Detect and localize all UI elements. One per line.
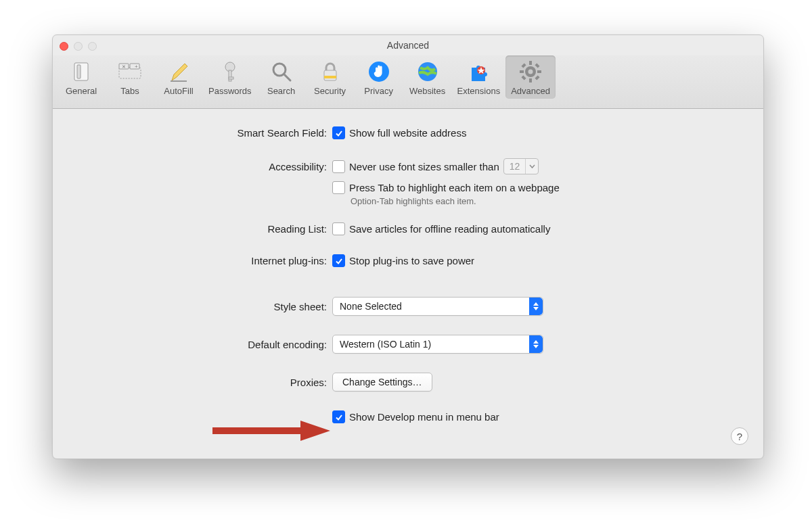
svg-marker-31: [533, 302, 539, 306]
updown-arrows-icon: [529, 298, 543, 315]
tab-label: Passwords: [208, 86, 252, 96]
checkbox-label: Show full website address: [349, 127, 466, 139]
tab-extensions[interactable]: Extensions: [452, 55, 506, 99]
tab-label: General: [66, 86, 97, 96]
label-proxies: Proxies:: [80, 377, 332, 388]
chevron-down-icon: [525, 159, 538, 174]
traffic-lights: [60, 42, 97, 51]
tab-label: Privacy: [364, 86, 393, 96]
svg-rect-0: [74, 63, 88, 80]
tab-label: Websites: [409, 86, 445, 96]
help-button[interactable]: ?: [731, 427, 748, 445]
checkbox-label: Stop plug-ins to save power: [349, 255, 474, 266]
svg-rect-25: [537, 70, 541, 73]
window-title: Advanced: [53, 35, 763, 55]
label-default-encoding: Default encoding:: [80, 339, 332, 350]
preferences-toolbar: General ✕ + Tabs AutoF: [53, 55, 763, 109]
tab-label: Advanced: [511, 86, 550, 96]
svg-rect-15: [324, 76, 336, 78]
minimize-window-button[interactable]: [74, 42, 83, 51]
svg-text:✕: ✕: [122, 64, 126, 69]
preferences-window: Advanced General ✕ + Ta: [52, 34, 764, 459]
svg-marker-33: [533, 340, 539, 344]
svg-rect-11: [229, 77, 233, 79]
checkbox-show-full-url[interactable]: [332, 126, 345, 139]
button-label: Change Settings…: [342, 377, 422, 387]
tab-tabs[interactable]: ✕ + Tabs: [106, 55, 154, 99]
svg-rect-10: [229, 70, 231, 81]
svg-rect-8: [171, 80, 187, 82]
globe-icon: [415, 60, 440, 84]
magnifier-icon: [269, 60, 294, 84]
zoom-window-button[interactable]: [88, 42, 97, 51]
svg-rect-27: [535, 75, 540, 80]
puzzle-icon: [466, 60, 491, 84]
tab-security[interactable]: Security: [306, 55, 355, 99]
tab-label: AutoFill: [164, 86, 193, 96]
hint-option-tab: Option-Tab highlights each item.: [351, 196, 736, 206]
tab-general[interactable]: General: [57, 55, 106, 99]
svg-rect-26: [522, 63, 526, 68]
select-value: Western (ISO Latin 1): [340, 339, 431, 350]
tab-autofill[interactable]: AutoFill: [154, 55, 203, 99]
svg-rect-29: [522, 75, 526, 80]
checkbox-label: Show Develop menu in menu bar: [349, 411, 499, 423]
svg-marker-34: [533, 345, 539, 348]
label-reading-list: Reading List:: [80, 223, 332, 235]
gear-icon: [518, 60, 543, 84]
checkbox-label: Press Tab to highlight each item on a we…: [349, 182, 560, 193]
select-default-encoding[interactable]: Western (ISO Latin 1): [332, 335, 543, 354]
tab-privacy[interactable]: Privacy: [355, 55, 403, 99]
switch-icon: [69, 60, 93, 84]
checkbox-min-font-size[interactable]: [332, 160, 345, 173]
tab-label: Extensions: [457, 86, 501, 96]
tabs-icon: ✕ +: [118, 60, 142, 84]
label-plugins: Internet plug-ins:: [80, 255, 332, 266]
checkbox-show-develop-menu[interactable]: [332, 410, 345, 423]
tab-label: Tabs: [120, 86, 139, 96]
lock-icon: [318, 60, 342, 84]
svg-point-30: [528, 70, 533, 74]
svg-rect-28: [535, 63, 540, 68]
key-icon: [218, 60, 242, 84]
svg-marker-32: [533, 307, 539, 310]
select-value: None Selected: [340, 301, 402, 312]
svg-text:+: +: [135, 64, 138, 70]
svg-rect-24: [520, 70, 524, 73]
checkbox-label: Never use font sizes smaller than: [349, 161, 499, 172]
tab-label: Security: [314, 86, 346, 96]
svg-marker-7: [172, 64, 187, 80]
svg-rect-22: [529, 61, 532, 65]
select-style-sheet[interactable]: None Selected: [332, 297, 543, 316]
svg-rect-14: [324, 70, 336, 80]
label-style-sheet: Style sheet:: [80, 301, 332, 312]
tab-passwords[interactable]: Passwords: [203, 55, 257, 99]
updown-arrows-icon: [529, 335, 543, 353]
svg-rect-23: [529, 78, 532, 82]
pencil-icon: [166, 60, 191, 84]
checkbox-stop-plugins[interactable]: [332, 254, 345, 267]
hand-icon: [367, 60, 391, 84]
min-font-size-stepper[interactable]: 12: [503, 158, 539, 174]
svg-line-13: [284, 74, 290, 80]
tab-label: Search: [267, 86, 295, 96]
tab-search[interactable]: Search: [257, 55, 306, 99]
label-accessibility: Accessibility:: [80, 161, 332, 172]
tab-websites[interactable]: Websites: [403, 55, 452, 99]
label-smart-search: Smart Search Field:: [80, 127, 332, 139]
advanced-pane: Smart Search Field: Show full website ad…: [53, 109, 763, 458]
change-proxies-button[interactable]: Change Settings…: [332, 373, 432, 392]
close-window-button[interactable]: [60, 42, 68, 51]
stepper-value: 12: [504, 161, 526, 172]
svg-rect-1: [77, 65, 81, 78]
tab-advanced[interactable]: Advanced: [505, 55, 556, 99]
checkbox-label: Save articles for offline reading automa…: [349, 223, 550, 235]
checkbox-press-tab[interactable]: [332, 181, 345, 194]
question-mark-icon: ?: [737, 431, 742, 442]
checkbox-offline-reading[interactable]: [332, 222, 345, 235]
